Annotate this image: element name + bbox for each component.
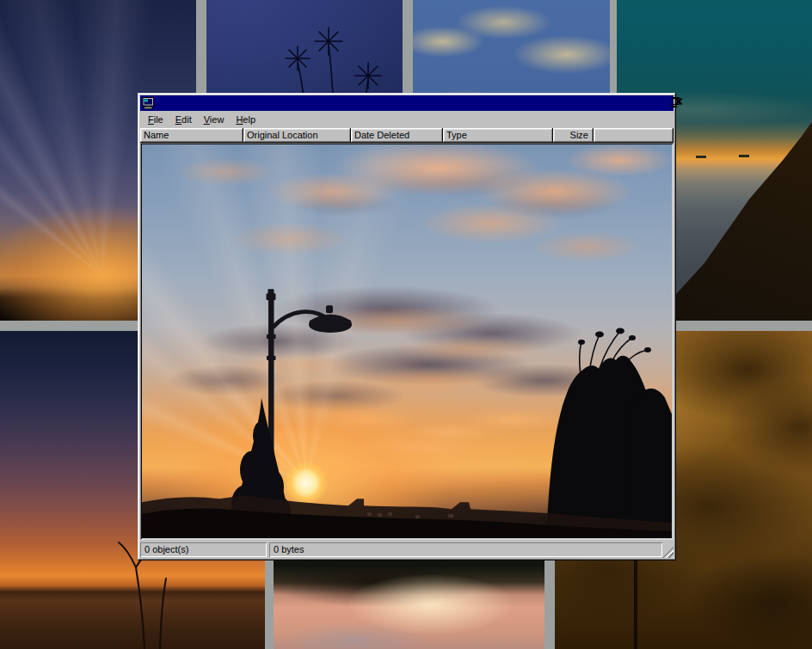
column-header-filler: [594, 128, 674, 143]
status-bar: 0 object(s) 0 bytes: [140, 540, 674, 558]
list-header: Name Original Location Date Deleted Type…: [140, 128, 674, 143]
menu-file[interactable]: File: [142, 112, 169, 127]
sunset-silhouettes: [142, 144, 672, 538]
column-header-date-deleted[interactable]: Date Deleted: [351, 128, 443, 143]
list-view[interactable]: [140, 143, 674, 540]
menu-bar: File Edit View Help: [140, 111, 674, 128]
recycle-bin-window: File Edit View Help Name Original Locati…: [138, 93, 676, 560]
menu-edit[interactable]: Edit: [169, 112, 198, 127]
window-titlebar[interactable]: [140, 95, 674, 111]
column-header-size[interactable]: Size: [553, 128, 594, 143]
column-header-name[interactable]: Name: [140, 128, 243, 143]
computer-icon[interactable]: [142, 97, 156, 109]
column-header-type[interactable]: Type: [443, 128, 553, 143]
status-object-count: 0 object(s): [140, 542, 267, 557]
resize-grip-icon[interactable]: [662, 547, 674, 558]
column-header-original-location[interactable]: Original Location: [243, 128, 351, 143]
menu-view[interactable]: View: [198, 112, 231, 127]
window-controls: [667, 95, 672, 111]
status-byte-count: 0 bytes: [269, 542, 662, 557]
minimize-icon: [671, 106, 677, 107]
right-trees-silhouette: [546, 328, 672, 538]
menu-help[interactable]: Help: [230, 112, 261, 127]
